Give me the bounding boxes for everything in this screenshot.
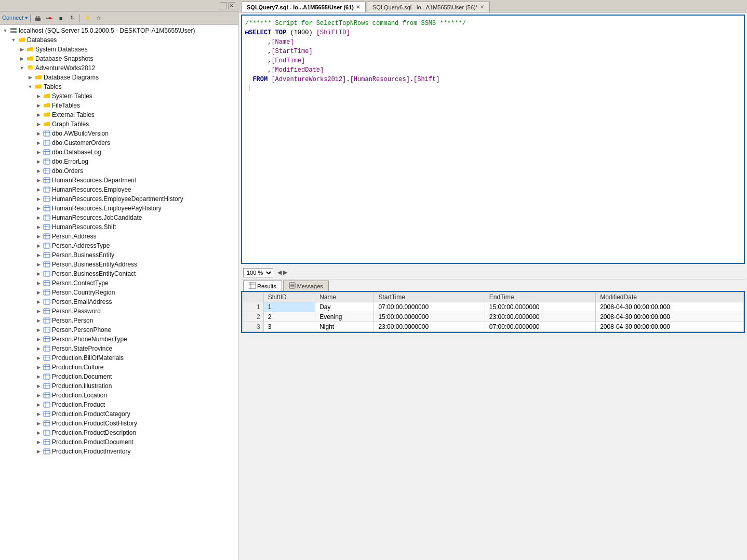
- object-explorer-tree[interactable]: ▼localhost (SQL Server 15.0.2000.5 - DES…: [0, 25, 238, 560]
- tree-item[interactable]: ▶Person.BusinessEntityAddress: [0, 260, 238, 269]
- expand-button[interactable]: ▶: [34, 120, 43, 128]
- tree-item[interactable]: ▶Person.BusinessEntity: [0, 250, 238, 260]
- expand-button[interactable]: ▶: [34, 382, 43, 390]
- tree-item[interactable]: ▶Database Snapshots: [0, 54, 238, 63]
- tree-item[interactable]: ▶Person.Address: [0, 232, 238, 241]
- expand-button[interactable]: ▶: [34, 223, 43, 231]
- tree-item[interactable]: ▶Production.Culture: [0, 363, 238, 372]
- tree-item[interactable]: ▶Person.CountryRegion: [0, 288, 238, 297]
- tree-item[interactable]: ▶External Tables: [0, 110, 238, 119]
- tree-item[interactable]: ▶Person.StateProvince: [0, 344, 238, 353]
- expand-button[interactable]: ▶: [34, 111, 43, 119]
- expand-button[interactable]: ▼: [1, 26, 9, 35]
- tab-close-button[interactable]: ✕: [356, 4, 360, 10]
- tab-tab1[interactable]: SQLQuery7.sql - lo...A1M5655\User (61)✕: [241, 2, 366, 12]
- close-icon[interactable]: ✕: [228, 2, 235, 9]
- expand-button[interactable]: ▶: [34, 204, 43, 212]
- tree-item[interactable]: ▶Production.Location: [0, 391, 238, 400]
- tree-item[interactable]: ▶dbo.ErrorLog: [0, 157, 238, 166]
- tree-item[interactable]: ▶Person.PhoneNumberType: [0, 335, 238, 344]
- tree-item[interactable]: ▶System Databases: [0, 45, 238, 54]
- tree-item[interactable]: ▶Production.ProductInventory: [0, 447, 238, 456]
- expand-button[interactable]: ▶: [34, 148, 43, 156]
- expand-button[interactable]: ▶: [34, 354, 43, 362]
- expand-button[interactable]: ▶: [34, 251, 43, 259]
- result-tab-results[interactable]: Results: [243, 281, 282, 291]
- tree-item[interactable]: ▶Production.BillOfMaterials: [0, 353, 238, 363]
- result-tab-messages[interactable]: Messages: [283, 281, 329, 291]
- tree-item[interactable]: ▶Graph Tables: [0, 119, 238, 129]
- tree-item[interactable]: ▶Production.Document: [0, 372, 238, 381]
- tree-item[interactable]: ▶HumanResources.Employee: [0, 185, 238, 194]
- expand-button[interactable]: ▶: [34, 185, 43, 194]
- query-editor[interactable]: /****** Script for SelectTopNRows comman…: [241, 15, 745, 264]
- expand-button[interactable]: ▶: [34, 288, 43, 297]
- tree-item[interactable]: ▶dbo.DatabaseLog: [0, 148, 238, 157]
- tree-item[interactable]: ▶FileTables: [0, 101, 238, 110]
- tree-item[interactable]: ▶HumanResources.EmployeeDepartmentHistor…: [0, 194, 238, 204]
- expand-button[interactable]: ▶: [18, 55, 26, 63]
- expand-button[interactable]: ▶: [34, 326, 43, 334]
- expand-button[interactable]: ▶: [34, 438, 43, 446]
- expand-button[interactable]: ▼: [9, 36, 18, 44]
- tree-item[interactable]: ▶Production.Illustration: [0, 381, 238, 391]
- tree-item[interactable]: ▶System Tables: [0, 91, 238, 101]
- expand-button[interactable]: ▶: [26, 73, 34, 82]
- expand-button[interactable]: ▶: [34, 391, 43, 399]
- filter-button[interactable]: ⚡: [82, 13, 92, 23]
- expand-button[interactable]: ▼: [26, 83, 34, 91]
- expand-button[interactable]: ▶: [34, 344, 43, 353]
- expand-button[interactable]: ▶: [34, 401, 43, 409]
- expand-button[interactable]: ▶: [34, 260, 43, 269]
- expand-button[interactable]: ▶: [34, 410, 43, 418]
- tree-item[interactable]: ▶dbo.CustomerOrders: [0, 138, 238, 148]
- expand-button[interactable]: ▶: [34, 232, 43, 241]
- tree-item[interactable]: ▶HumanResources.EmployeePayHistory: [0, 204, 238, 213]
- expand-button[interactable]: ▶: [34, 335, 43, 343]
- expand-button[interactable]: ▶: [34, 419, 43, 428]
- zoom-select[interactable]: 25 %50 %75 %100 %125 %150 %200 %: [243, 268, 273, 277]
- tree-item[interactable]: ▶Production.Product: [0, 400, 238, 409]
- tab-close-button[interactable]: ✕: [480, 4, 484, 10]
- tree-item[interactable]: ▶Person.Password: [0, 306, 238, 316]
- expand-button[interactable]: ▶: [34, 316, 43, 325]
- expand-button[interactable]: ▶: [34, 429, 43, 437]
- tab-tab2[interactable]: SQLQuery6.sql - lo...A1M5655\User (56)*✕: [367, 2, 490, 12]
- expand-button[interactable]: ▼: [18, 64, 26, 72]
- expand-button[interactable]: ▶: [34, 195, 43, 203]
- tree-item[interactable]: ▶Database Diagrams: [0, 73, 238, 82]
- options-button[interactable]: ☆: [94, 13, 104, 23]
- tree-item[interactable]: ▶Production.ProductDocument: [0, 437, 238, 447]
- tree-item[interactable]: ▶Person.BusinessEntityContact: [0, 269, 238, 278]
- tree-item[interactable]: ▼Databases: [0, 35, 238, 45]
- refresh-button[interactable]: ↻: [67, 13, 77, 23]
- pin-icon[interactable]: ─: [220, 2, 227, 9]
- tree-item[interactable]: ▶Person.PersonPhone: [0, 325, 238, 335]
- connect-button[interactable]: Connect ▾: [2, 15, 28, 21]
- expand-button[interactable]: ▶: [34, 447, 43, 456]
- expand-button[interactable]: ▶: [34, 372, 43, 381]
- expand-button[interactable]: ▶: [34, 298, 43, 306]
- tree-item[interactable]: ▶Person.AddressType: [0, 241, 238, 250]
- expand-button[interactable]: ▶: [34, 167, 43, 175]
- tree-item[interactable]: ▶Production.ProductCostHistory: [0, 419, 238, 428]
- stop-button[interactable]: ■: [56, 13, 66, 23]
- expand-button[interactable]: ▶: [34, 101, 43, 110]
- expand-button[interactable]: ▶: [34, 307, 43, 315]
- tree-item[interactable]: ▶Person.Person: [0, 316, 238, 325]
- tree-item[interactable]: ▼Tables: [0, 82, 238, 91]
- expand-button[interactable]: ▶: [34, 157, 43, 166]
- expand-button[interactable]: ▶: [34, 129, 43, 138]
- tree-item[interactable]: ▶dbo.Orders: [0, 166, 238, 176]
- expand-button[interactable]: ▶: [34, 92, 43, 100]
- expand-button[interactable]: ▶: [34, 176, 43, 184]
- tree-item[interactable]: ▼localhost (SQL Server 15.0.2000.5 - DES…: [0, 26, 238, 35]
- tree-item[interactable]: ▶Production.ProductDescription: [0, 428, 238, 437]
- new-connection-button[interactable]: [33, 13, 43, 23]
- tree-item[interactable]: ▶Person.EmailAddress: [0, 297, 238, 306]
- tree-item[interactable]: ▶HumanResources.Department: [0, 176, 238, 185]
- expand-button[interactable]: ▶: [34, 242, 43, 250]
- expand-button[interactable]: ▶: [34, 279, 43, 287]
- tree-item[interactable]: ▶HumanResources.Shift: [0, 222, 238, 232]
- tree-item[interactable]: ▶dbo.AWBuildVersion: [0, 129, 238, 138]
